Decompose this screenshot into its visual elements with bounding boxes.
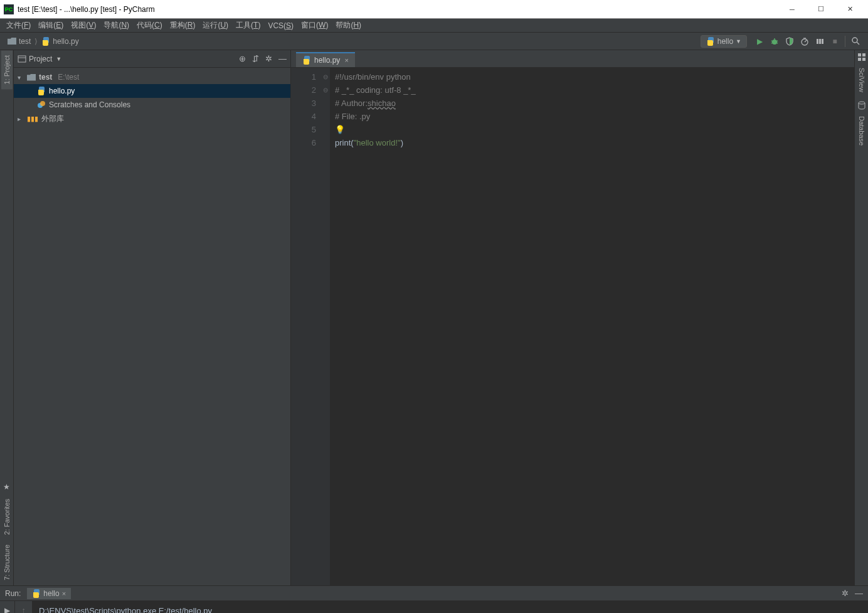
settings-icon[interactable]: ✲ [265, 54, 272, 63]
menu-n[interactable]: 导航(N) [100, 19, 133, 32]
title-bar: PC test [E:\test] - ...\hello.py [test] … [0, 0, 868, 19]
svg-point-5 [852, 38, 857, 43]
close-tab-icon[interactable]: × [62, 590, 66, 597]
menu-v[interactable]: 视图(V) [67, 19, 100, 32]
line-number-gutter: 123456 [291, 68, 321, 585]
breadcrumb-test[interactable]: test [5, 37, 33, 46]
python-icon [706, 37, 715, 46]
svg-rect-4 [822, 39, 823, 44]
project-tree: ▾testE:\testhello.pyScratches and Consol… [14, 68, 290, 128]
toolbar-separator [845, 36, 845, 47]
python-file-icon [37, 87, 46, 95]
editor-tabs: hello.py × [291, 50, 854, 68]
breadcrumb-separator: ⟩ [33, 37, 39, 46]
breadcrumb-label: test [19, 37, 31, 46]
svg-rect-12 [862, 58, 865, 61]
database-tool-tab[interactable]: Database [856, 111, 867, 151]
project-title: Project [29, 55, 52, 63]
menu-t[interactable]: 工具(T) [232, 19, 264, 32]
menu-w[interactable]: 窗口(W) [297, 19, 332, 32]
database-icon [857, 101, 866, 110]
tree-row[interactable]: hello.py [14, 84, 290, 98]
menu-f[interactable]: 文件(F) [3, 19, 34, 32]
python-icon [32, 589, 41, 598]
hide-icon[interactable]: — [855, 589, 863, 598]
menu-bar: 文件(F)编辑(E)视图(V)导航(N)代码(C)重构(R)运行(U)工具(T)… [0, 19, 868, 33]
minimize-button[interactable]: ─ [778, 0, 807, 19]
svg-rect-2 [817, 39, 818, 44]
run-tab-label: hello [43, 589, 59, 598]
tree-row[interactable]: ▾testE:\test [14, 70, 290, 84]
fold-gutter: ⊖⊖ [321, 68, 330, 585]
breadcrumb-hello[interactable]: hello.py [39, 37, 81, 46]
editor[interactable]: 123456 ⊖⊖ #!/usr/bin/env python# _*_ cod… [291, 68, 854, 585]
project-view-icon [18, 55, 26, 63]
console-output[interactable]: D:\ENVS\test\Scripts\python.exe E:/test/… [33, 601, 868, 613]
collapse-all-icon[interactable]: ⇵ [252, 54, 259, 63]
tree-row[interactable]: Scratches and Consoles [14, 98, 290, 112]
svg-rect-10 [862, 53, 865, 56]
menu-e[interactable]: 编辑(E) [34, 19, 67, 32]
menu-u[interactable]: 运行(U) [199, 19, 232, 32]
svg-point-8 [40, 101, 45, 106]
run-config-name: hello [717, 37, 733, 46]
svg-point-0 [772, 40, 777, 45]
settings-icon[interactable]: ✲ [842, 589, 849, 598]
navigation-bar: test ⟩ hello.py hello ▼ ▶ ■ [0, 33, 868, 50]
menu-c[interactable]: 代码(C) [133, 19, 166, 32]
tab-label: hello.py [314, 56, 340, 65]
window-title: test [E:\test] - ...\hello.py [test] - P… [18, 5, 778, 14]
sciview-icon [857, 53, 866, 61]
concurrency-button[interactable] [812, 35, 827, 48]
pycharm-logo-icon: PC [4, 4, 14, 14]
close-button[interactable]: ✕ [835, 0, 864, 19]
editor-area: hello.py × 123456 ⊖⊖ #!/usr/bin/env pyth… [291, 50, 854, 585]
right-tool-gutter: SciView Database [854, 50, 868, 585]
folder-icon [8, 38, 16, 45]
svg-rect-11 [858, 58, 861, 61]
favorites-tool-tab[interactable]: 2: Favorites [1, 494, 13, 540]
search-everywhere-button[interactable] [848, 35, 863, 48]
python-file-icon [41, 37, 50, 46]
coverage-button[interactable] [782, 35, 797, 48]
tree-row[interactable]: ▸▮▮▮外部库 [14, 112, 290, 125]
left-tool-gutter: 1: Project ★ 2: Favorites 7: Structure [0, 50, 14, 585]
run-gutter-secondary: ↑ ↓ [15, 601, 33, 613]
structure-tool-tab[interactable]: 7: Structure [1, 540, 13, 585]
run-header: Run: hello × ✲ — [0, 586, 868, 601]
up-button[interactable]: ↑ [18, 605, 29, 613]
menu-r[interactable]: 重构(R) [166, 19, 199, 32]
rerun-button[interactable]: ▶ [2, 605, 13, 613]
sciview-tool-tab[interactable]: SciView [856, 63, 867, 97]
hide-icon[interactable]: — [278, 54, 287, 63]
svg-rect-6 [18, 56, 26, 62]
run-tool-window: Run: hello × ✲ — ▶ ■ ↑ ↓ [0, 585, 868, 613]
project-tool-tab[interactable]: 1: Project [1, 50, 13, 89]
run-tab-hello[interactable]: hello × [27, 588, 71, 599]
locate-icon[interactable]: ⊕ [239, 54, 246, 63]
profile-button[interactable] [797, 35, 812, 48]
menu-vcss[interactable]: VCS(S) [264, 20, 297, 31]
run-gutter-primary: ▶ ■ [0, 601, 15, 613]
scratch-icon [37, 100, 46, 109]
code-area[interactable]: #!/usr/bin/env python# _*_ coding: utf-8… [330, 68, 854, 585]
python-file-icon [302, 56, 311, 65]
run-button[interactable]: ▶ [752, 35, 767, 48]
editor-tab-hello[interactable]: hello.py × [296, 52, 355, 67]
chevron-down-icon: ▼ [736, 38, 741, 45]
maximize-button[interactable]: ☐ [807, 0, 835, 19]
svg-rect-3 [819, 39, 821, 44]
stop-button[interactable]: ■ [827, 35, 842, 48]
close-tab-icon[interactable]: × [344, 56, 348, 64]
folder-icon [27, 74, 36, 81]
library-icon: ▮▮▮ [27, 115, 38, 123]
project-header: Project ▼ ⊕ ⇵ ✲ — [14, 50, 290, 68]
debug-button[interactable] [767, 35, 782, 48]
chevron-down-icon[interactable]: ▼ [56, 56, 61, 62]
run-configuration-selector[interactable]: hello ▼ [701, 35, 747, 48]
project-tool-window: Project ▼ ⊕ ⇵ ✲ — ▾testE:\testhello.pySc… [14, 50, 291, 585]
svg-rect-9 [858, 53, 861, 56]
breadcrumb-label: hello.py [53, 37, 78, 46]
svg-point-13 [859, 102, 865, 104]
menu-h[interactable]: 帮助(H) [332, 19, 365, 32]
